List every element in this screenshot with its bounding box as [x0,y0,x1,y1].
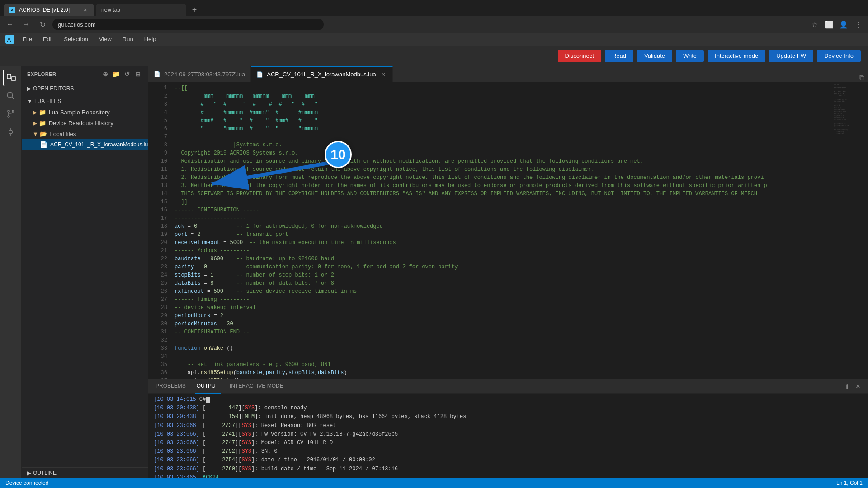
lua-file-icon: 📄 [40,141,47,148]
browser-tab-new[interactable]: new tab [96,4,186,16]
panel-output-line-8: [10:03:23:066] [ 2754][SYS]: date / time… [154,456,863,465]
device-readouts-label: Device Readouts History [49,120,113,127]
panel-output-line-7: [10:03:23:066] [ 2752][SYS]: SN: 0 [154,447,863,456]
explorer-icon[interactable] [3,70,19,86]
toolbar: Disconnect Read Validate Write Interacti… [0,46,868,66]
write-button[interactable]: Write [676,50,704,62]
address-bar[interactable]: gui.acrios.com [52,19,324,30]
panel-close-icon[interactable]: ✕ [854,382,863,391]
editor-code[interactable]: --[[ mmm mmmmm mmmmm mmm mmm # " # " # #… [171,82,832,379]
menu-run[interactable]: Run [118,34,138,44]
refresh-icon[interactable]: ↺ [123,70,132,79]
menu-edit[interactable]: Edit [38,34,57,44]
update-fw-button[interactable]: Update FW [769,50,813,62]
minimap-content: ACRIOS mmm mmmmm mmmmm # # # # # # # #mm… [832,82,868,137]
activity-bar [0,66,22,478]
editor-tab-close-btn[interactable]: ✕ [380,71,387,78]
menu-help[interactable]: Help [140,34,161,44]
split-editor-button[interactable]: ⧉ [856,74,868,82]
modbus-file-label: ACR_CV_101L_R_X_lorawanModbus.lua [50,141,148,148]
browser-tab-active[interactable]: A ACRIOS IDE [v1.2.0] ✕ [4,4,94,16]
editor-tab-timestamp[interactable]: 📄 2024-09-27T08:03:43.797Z.lua [148,66,251,82]
sidebar-item-local-files[interactable]: ▼ 📂 Local files [22,128,148,139]
sidebar-item-lua-sample[interactable]: ▶ 📁 Lua Sample Repository [22,107,148,117]
editor-gutter: 12345 678910 1112131415 1617181920 21222… [148,82,171,379]
local-files-label: Local files [50,131,76,137]
validate-button[interactable]: Validate [637,50,672,62]
outline-label: OUTLINE [33,470,57,476]
svg-point-6 [8,110,9,112]
disconnect-button[interactable]: Disconnect [558,50,601,62]
sidebar-item-modbus-file[interactable]: 📄 ACR_CV_101L_R_X_lorawanModbus.lua [22,139,148,150]
lua-sample-label: Lua Sample Repository [49,109,110,116]
back-button[interactable]: ← [4,18,16,31]
svg-line-5 [12,97,14,100]
panel-output-line-6: [10:03:23:066] [ 2747][SYS]: Model: ACR_… [154,439,863,447]
profile-icon[interactable]: 👤 [837,18,850,31]
sidebar-actions: ⊕ 📁 ↺ ⊟ [101,70,142,79]
address-text: gui.acrios.com [58,21,96,28]
device-info-button[interactable]: Device Info [817,50,861,62]
app-container: A File Edit Selection View Run Help Disc… [0,33,868,488]
svg-text:A: A [7,37,11,43]
minimap: ACRIOS mmm mmmmm mmmmm # # # # # # # #mm… [832,82,868,379]
menu-icon[interactable]: ⋮ [852,18,864,31]
git-icon[interactable] [3,106,19,122]
debug-icon[interactable] [3,124,19,140]
svg-rect-2 [7,74,11,79]
app-logo: A [4,33,16,46]
panel-output-line-5: [10:03:23:066] [ 2741][SYS]: FW version:… [154,430,863,439]
panel-tab-interactive[interactable]: INTERACTIVE MODE [228,379,285,394]
svg-rect-3 [12,76,15,81]
lua-files-section: ▼ LUA FILES ▶ 📁 Lua Sample Repository ▶ … [22,95,148,151]
editor-tab-modbus-label: ACR_CV_101L_R_X_lorawanModbus.lua [267,71,376,78]
panel-content: [10:03:14:015] C# [10:03:20:438] [ 147][… [148,394,868,478]
panel-prompt-line: [10:03:14:015] C# [154,395,863,404]
outline-header[interactable]: ▶ OUTLINE [22,467,148,478]
panel-output-line-3: [10:03:20:438] [ 150][MEM]: init done, h… [154,413,863,421]
sidebar: EXPLORER ⊕ 📁 ↺ ⊟ ▶ OPEN EDITORS [22,66,148,478]
panel-actions: ⬆ ✕ [843,382,863,391]
menu-file[interactable]: File [18,34,37,44]
open-editors-label: OPEN EDITORS [33,85,74,92]
browser-tab-new-label: new tab [101,7,120,13]
panel-tab-problems[interactable]: PROBLEMS [154,379,188,394]
menu-bar: A File Edit Selection View Run Help [0,33,868,46]
menu-selection[interactable]: Selection [59,34,92,44]
interactive-mode-button[interactable]: Interactive mode [708,50,765,62]
sidebar-title: EXPLORER [27,71,57,77]
open-editors-header[interactable]: ▶ OPEN EDITORS [22,83,148,94]
cursor-position: Ln 1, Col 1 [836,480,863,486]
panel-output-line-10: [10:03:23:465] ACK24 [154,474,863,478]
annotation-badge: 10 [325,141,352,168]
menu-view[interactable]: View [94,34,116,44]
panel-tabs: PROBLEMS OUTPUT INTERACTIVE MODE ⬆ ✕ [148,379,868,394]
badge-number: 10 [330,147,345,162]
read-button[interactable]: Read [605,50,633,62]
svg-point-4 [7,92,13,98]
new-tab-button[interactable]: + [188,4,201,16]
panel-maximize-icon[interactable]: ⬆ [843,382,852,391]
lua-files-label: LUA FILES [34,98,61,104]
collapse-icon[interactable]: ⊟ [133,70,142,79]
new-file-icon[interactable]: ⊕ [101,70,110,79]
tab-close-btn[interactable]: ✕ [81,6,89,14]
forward-button[interactable]: → [20,18,33,31]
extensions-icon[interactable]: ⬜ [823,18,835,31]
chevron-right-icon-2: ▶ [27,470,31,476]
tab-file-icon: 📄 [154,71,160,77]
panel-output-line-2: [10:03:20:438] [ 147][SYS]: console read… [154,404,863,413]
bookmark-icon[interactable]: ☆ [808,18,821,31]
lua-files-header[interactable]: ▼ LUA FILES [22,96,148,107]
browser-bar: ← → ↻ gui.acrios.com ☆ ⬜ 👤 ⋮ [0,16,868,33]
chevron-down-icon: ▼ [27,98,33,104]
refresh-button[interactable]: ↻ [36,18,49,31]
search-icon[interactable] [3,88,19,104]
panel-tab-output[interactable]: OUTPUT [195,379,221,394]
svg-point-8 [8,116,9,117]
svg-point-9 [9,130,13,134]
editor-tab-modbus[interactable]: 📄 ACR_CV_101L_R_X_lorawanModbus.lua ✕ [251,66,392,82]
browser-tabs: A ACRIOS IDE [v1.2.0] ✕ new tab + [0,0,868,16]
new-folder-icon[interactable]: 📁 [112,70,121,79]
sidebar-item-device-readouts[interactable]: ▶ 📁 Device Readouts History [22,117,148,128]
